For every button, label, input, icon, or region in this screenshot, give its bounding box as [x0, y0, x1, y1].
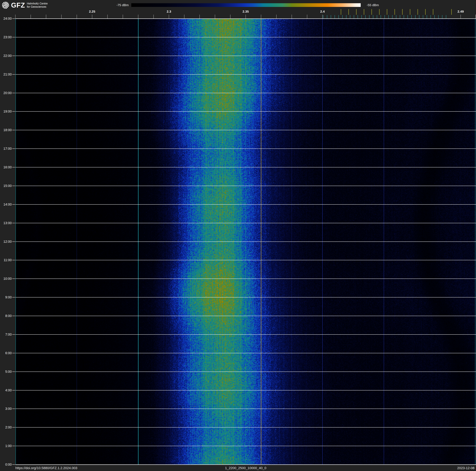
freq-minor-tick: [138, 15, 138, 18]
freq-tick-label: 2.35: [239, 10, 253, 14]
date-text: 2023-12-08: [457, 466, 475, 470]
time-tick-label: 17:00: [0, 147, 12, 151]
ism-band-tick: [385, 15, 385, 18]
time-tick-label: 1:00: [0, 444, 12, 448]
time-tick-label: 19:00: [0, 109, 12, 113]
hour-gridline: [15, 427, 476, 428]
ism-band-tick: [357, 15, 358, 18]
time-tick: [12, 241, 15, 242]
wifi-channel-tick: [356, 9, 357, 15]
time-tick: [12, 148, 15, 149]
time-tick-label: 13:00: [0, 221, 12, 225]
hour-gridline: [15, 464, 476, 465]
ism-band-tick: [388, 15, 389, 18]
time-tick-label: 7:00: [0, 332, 12, 337]
time-tick-label: 8:00: [0, 314, 12, 318]
spectrogram-page: GFZ Helmholtz Centre for Geosciences -75…: [0, 0, 476, 471]
time-tick: [12, 111, 15, 112]
ism-band-tick: [404, 15, 404, 18]
freq-minor-tick: [107, 15, 108, 18]
time-tick: [12, 297, 15, 297]
freq-minor-tick: [276, 15, 276, 18]
ism-band-tick: [434, 15, 435, 18]
time-tick-label: 18:00: [0, 128, 12, 132]
time-tick: [12, 353, 15, 353]
ism-band-tick: [431, 15, 431, 18]
time-tick: [12, 37, 15, 37]
wifi-channel-tick: [394, 9, 395, 15]
hour-gridline: [15, 260, 476, 260]
time-tick: [12, 409, 15, 409]
hour-gridline: [15, 390, 476, 390]
time-tick-label: 12:00: [0, 240, 12, 244]
time-tick: [12, 372, 15, 372]
ism-band-tick: [365, 15, 366, 18]
hour-gridline: [15, 334, 476, 335]
wifi-channel-tick: [418, 9, 418, 15]
spectrogram-plot: [15, 18, 476, 465]
hour-gridline: [15, 37, 476, 37]
brand-text: GFZ: [11, 2, 25, 9]
freq-minor-tick: [61, 15, 62, 18]
freq-major-tick: [169, 15, 169, 18]
freq-minor-tick: [77, 15, 77, 18]
time-tick: [12, 390, 15, 390]
time-tick-label: 3:00: [0, 407, 12, 411]
colorbar-max-label: -55 dBm: [367, 3, 400, 7]
freq-major-tick: [246, 15, 246, 18]
time-tick: [12, 130, 15, 130]
hour-gridline: [15, 18, 476, 19]
ism-band-tick: [442, 15, 442, 18]
time-tick-label: 11:00: [0, 258, 12, 262]
freq-major-tick: [322, 15, 323, 18]
hour-gridline: [15, 372, 476, 372]
ism-band-tick: [446, 15, 446, 18]
time-tick: [12, 167, 15, 167]
ism-band-tick: [415, 15, 415, 18]
time-tick: [12, 260, 15, 260]
ism-band-tick: [411, 15, 412, 18]
hour-gridline: [15, 223, 476, 223]
gfz-globe-icon: [2, 1, 9, 9]
ism-band-tick: [335, 15, 335, 18]
time-tick: [12, 316, 15, 316]
axis-end-tick: [476, 15, 476, 18]
wifi-channel-tick: [348, 9, 349, 15]
dataset-id-text: 1_2200_2500_10000_40_0: [15, 466, 476, 470]
ism-band-tick: [373, 15, 373, 18]
time-tick-label: 9:00: [0, 295, 12, 299]
ism-band-tick: [346, 15, 346, 18]
hour-gridline: [15, 56, 476, 56]
freq-minor-tick: [31, 15, 31, 18]
gfz-logo: GFZ Helmholtz Centre for Geosciences: [2, 1, 48, 9]
wifi-channel-tick: [341, 9, 341, 15]
wifi-channel-tick: [387, 9, 387, 15]
freq-tick-label: 2.4: [316, 10, 329, 14]
time-tick-label: 22:00: [0, 54, 12, 58]
wifi-channel-tick: [364, 9, 364, 15]
time-tick-label: 10:00: [0, 277, 12, 281]
freq-minor-tick: [215, 15, 215, 18]
freq-minor-tick: [230, 15, 230, 18]
freq-minor-tick: [307, 15, 307, 18]
time-tick-label: 6:00: [0, 351, 12, 355]
hour-gridline: [15, 204, 476, 205]
ism-band-tick: [392, 15, 392, 18]
freq-minor-tick: [261, 15, 261, 18]
wifi-channel-tick: [425, 9, 426, 15]
time-tick-label: 21:00: [0, 72, 12, 76]
freq-minor-tick: [153, 15, 154, 18]
freq-minor-tick: [46, 15, 46, 18]
time-tick: [12, 186, 15, 186]
time-tick: [12, 446, 15, 446]
freq-minor-tick: [200, 15, 200, 18]
hour-gridline: [15, 93, 476, 93]
wifi-channel-tick: [402, 9, 403, 15]
ism-band-tick: [438, 15, 439, 18]
wifi-channel-tick: [410, 9, 410, 15]
hour-gridline: [15, 353, 476, 353]
hour-gridline: [15, 74, 476, 74]
ism-band-tick: [331, 15, 331, 18]
freq-minor-tick: [292, 15, 292, 18]
colorbar-gradient: [131, 3, 361, 7]
